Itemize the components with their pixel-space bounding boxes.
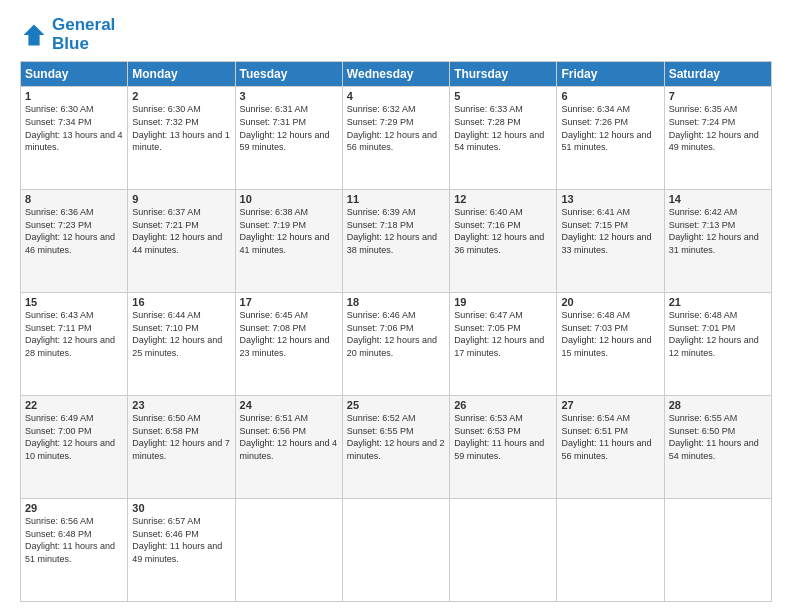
calendar-header: Sunday Monday Tuesday Wednesday Thursday… xyxy=(21,62,772,87)
day-number: 3 xyxy=(240,90,338,102)
day-info: Sunrise: 6:42 AMSunset: 7:13 PMDaylight:… xyxy=(669,207,759,255)
day-info: Sunrise: 6:48 AMSunset: 7:03 PMDaylight:… xyxy=(561,310,651,358)
day-info: Sunrise: 6:46 AMSunset: 7:06 PMDaylight:… xyxy=(347,310,437,358)
day-number: 27 xyxy=(561,399,659,411)
col-wednesday: Wednesday xyxy=(342,62,449,87)
day-number: 28 xyxy=(669,399,767,411)
table-row: 8Sunrise: 6:36 AMSunset: 7:23 PMDaylight… xyxy=(21,190,128,293)
table-row: 28Sunrise: 6:55 AMSunset: 6:50 PMDayligh… xyxy=(664,396,771,499)
day-number: 13 xyxy=(561,193,659,205)
day-info: Sunrise: 6:33 AMSunset: 7:28 PMDaylight:… xyxy=(454,104,544,152)
table-row: 10Sunrise: 6:38 AMSunset: 7:19 PMDayligh… xyxy=(235,190,342,293)
day-number: 17 xyxy=(240,296,338,308)
day-info: Sunrise: 6:38 AMSunset: 7:19 PMDaylight:… xyxy=(240,207,330,255)
day-number: 30 xyxy=(132,502,230,514)
table-row: 11Sunrise: 6:39 AMSunset: 7:18 PMDayligh… xyxy=(342,190,449,293)
header: General Blue xyxy=(20,16,772,53)
day-info: Sunrise: 6:30 AMSunset: 7:34 PMDaylight:… xyxy=(25,104,123,152)
day-number: 22 xyxy=(25,399,123,411)
day-number: 5 xyxy=(454,90,552,102)
table-row: 20Sunrise: 6:48 AMSunset: 7:03 PMDayligh… xyxy=(557,293,664,396)
table-row: 2Sunrise: 6:30 AMSunset: 7:32 PMDaylight… xyxy=(128,87,235,190)
page: General Blue Sunday Monday Tuesday Wedne… xyxy=(0,0,792,612)
table-row: 21Sunrise: 6:48 AMSunset: 7:01 PMDayligh… xyxy=(664,293,771,396)
day-info: Sunrise: 6:37 AMSunset: 7:21 PMDaylight:… xyxy=(132,207,222,255)
table-row: 23Sunrise: 6:50 AMSunset: 6:58 PMDayligh… xyxy=(128,396,235,499)
table-row xyxy=(557,499,664,602)
table-row: 26Sunrise: 6:53 AMSunset: 6:53 PMDayligh… xyxy=(450,396,557,499)
table-row: 19Sunrise: 6:47 AMSunset: 7:05 PMDayligh… xyxy=(450,293,557,396)
day-info: Sunrise: 6:53 AMSunset: 6:53 PMDaylight:… xyxy=(454,413,544,461)
table-row: 17Sunrise: 6:45 AMSunset: 7:08 PMDayligh… xyxy=(235,293,342,396)
calendar-table: Sunday Monday Tuesday Wednesday Thursday… xyxy=(20,61,772,602)
day-info: Sunrise: 6:36 AMSunset: 7:23 PMDaylight:… xyxy=(25,207,115,255)
table-row: 1Sunrise: 6:30 AMSunset: 7:34 PMDaylight… xyxy=(21,87,128,190)
day-number: 23 xyxy=(132,399,230,411)
logo: General Blue xyxy=(20,16,115,53)
table-row: 18Sunrise: 6:46 AMSunset: 7:06 PMDayligh… xyxy=(342,293,449,396)
day-number: 15 xyxy=(25,296,123,308)
day-info: Sunrise: 6:44 AMSunset: 7:10 PMDaylight:… xyxy=(132,310,222,358)
day-number: 4 xyxy=(347,90,445,102)
day-info: Sunrise: 6:39 AMSunset: 7:18 PMDaylight:… xyxy=(347,207,437,255)
day-number: 19 xyxy=(454,296,552,308)
table-row: 22Sunrise: 6:49 AMSunset: 7:00 PMDayligh… xyxy=(21,396,128,499)
day-number: 7 xyxy=(669,90,767,102)
table-row: 29Sunrise: 6:56 AMSunset: 6:48 PMDayligh… xyxy=(21,499,128,602)
day-info: Sunrise: 6:47 AMSunset: 7:05 PMDaylight:… xyxy=(454,310,544,358)
table-row: 4Sunrise: 6:32 AMSunset: 7:29 PMDaylight… xyxy=(342,87,449,190)
table-row: 9Sunrise: 6:37 AMSunset: 7:21 PMDaylight… xyxy=(128,190,235,293)
day-number: 8 xyxy=(25,193,123,205)
col-sunday: Sunday xyxy=(21,62,128,87)
table-row xyxy=(235,499,342,602)
day-info: Sunrise: 6:50 AMSunset: 6:58 PMDaylight:… xyxy=(132,413,230,461)
day-number: 11 xyxy=(347,193,445,205)
day-info: Sunrise: 6:49 AMSunset: 7:00 PMDaylight:… xyxy=(25,413,115,461)
day-info: Sunrise: 6:56 AMSunset: 6:48 PMDaylight:… xyxy=(25,516,115,564)
day-number: 2 xyxy=(132,90,230,102)
table-row: 12Sunrise: 6:40 AMSunset: 7:16 PMDayligh… xyxy=(450,190,557,293)
day-number: 6 xyxy=(561,90,659,102)
day-number: 18 xyxy=(347,296,445,308)
day-number: 20 xyxy=(561,296,659,308)
logo-icon xyxy=(20,21,48,49)
day-info: Sunrise: 6:32 AMSunset: 7:29 PMDaylight:… xyxy=(347,104,437,152)
day-number: 1 xyxy=(25,90,123,102)
day-info: Sunrise: 6:31 AMSunset: 7:31 PMDaylight:… xyxy=(240,104,330,152)
day-info: Sunrise: 6:40 AMSunset: 7:16 PMDaylight:… xyxy=(454,207,544,255)
table-row xyxy=(342,499,449,602)
table-row xyxy=(450,499,557,602)
table-row: 7Sunrise: 6:35 AMSunset: 7:24 PMDaylight… xyxy=(664,87,771,190)
day-info: Sunrise: 6:51 AMSunset: 6:56 PMDaylight:… xyxy=(240,413,338,461)
day-number: 14 xyxy=(669,193,767,205)
col-friday: Friday xyxy=(557,62,664,87)
day-number: 25 xyxy=(347,399,445,411)
table-row: 6Sunrise: 6:34 AMSunset: 7:26 PMDaylight… xyxy=(557,87,664,190)
table-row: 24Sunrise: 6:51 AMSunset: 6:56 PMDayligh… xyxy=(235,396,342,499)
day-number: 9 xyxy=(132,193,230,205)
day-number: 21 xyxy=(669,296,767,308)
table-row: 16Sunrise: 6:44 AMSunset: 7:10 PMDayligh… xyxy=(128,293,235,396)
col-monday: Monday xyxy=(128,62,235,87)
header-row: Sunday Monday Tuesday Wednesday Thursday… xyxy=(21,62,772,87)
day-number: 24 xyxy=(240,399,338,411)
day-number: 26 xyxy=(454,399,552,411)
day-number: 12 xyxy=(454,193,552,205)
table-row: 27Sunrise: 6:54 AMSunset: 6:51 PMDayligh… xyxy=(557,396,664,499)
table-row xyxy=(664,499,771,602)
col-saturday: Saturday xyxy=(664,62,771,87)
day-info: Sunrise: 6:54 AMSunset: 6:51 PMDaylight:… xyxy=(561,413,651,461)
table-row: 14Sunrise: 6:42 AMSunset: 7:13 PMDayligh… xyxy=(664,190,771,293)
table-row: 3Sunrise: 6:31 AMSunset: 7:31 PMDaylight… xyxy=(235,87,342,190)
day-info: Sunrise: 6:43 AMSunset: 7:11 PMDaylight:… xyxy=(25,310,115,358)
table-row: 13Sunrise: 6:41 AMSunset: 7:15 PMDayligh… xyxy=(557,190,664,293)
day-info: Sunrise: 6:45 AMSunset: 7:08 PMDaylight:… xyxy=(240,310,330,358)
day-number: 10 xyxy=(240,193,338,205)
day-info: Sunrise: 6:34 AMSunset: 7:26 PMDaylight:… xyxy=(561,104,651,152)
day-number: 16 xyxy=(132,296,230,308)
day-info: Sunrise: 6:52 AMSunset: 6:55 PMDaylight:… xyxy=(347,413,445,461)
day-info: Sunrise: 6:55 AMSunset: 6:50 PMDaylight:… xyxy=(669,413,759,461)
col-tuesday: Tuesday xyxy=(235,62,342,87)
day-number: 29 xyxy=(25,502,123,514)
table-row: 25Sunrise: 6:52 AMSunset: 6:55 PMDayligh… xyxy=(342,396,449,499)
